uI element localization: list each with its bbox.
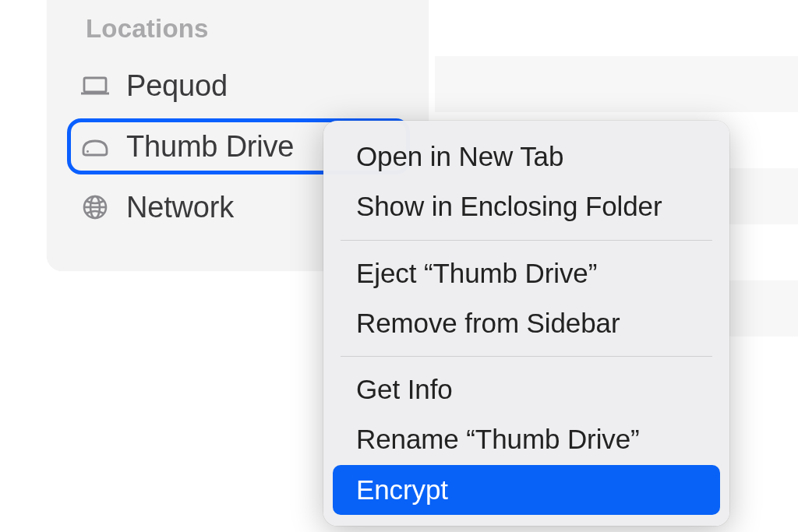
sidebar-item-label: Pequod [126, 69, 228, 103]
list-row [435, 0, 798, 56]
laptop-icon [78, 69, 112, 103]
menu-item-show-enclosing-folder[interactable]: Show in Enclosing Folder [333, 181, 720, 231]
sidebar-item-pequod[interactable]: Pequod [67, 58, 410, 114]
sidebar-section-header: Locations [47, 0, 429, 58]
menu-item-remove-from-sidebar[interactable]: Remove from Sidebar [333, 298, 720, 348]
context-menu: Open in New Tab Show in Enclosing Folder… [323, 121, 729, 526]
menu-item-encrypt[interactable]: Encrypt [333, 465, 720, 515]
menu-item-eject[interactable]: Eject “Thumb Drive” [333, 248, 720, 298]
sidebar-item-label: Network [126, 191, 234, 224]
drive-icon [78, 129, 112, 164]
svg-point-2 [87, 150, 89, 153]
menu-item-get-info[interactable]: Get Info [333, 365, 720, 414]
menu-separator [341, 356, 712, 357]
globe-icon [78, 190, 112, 224]
menu-item-open-new-tab[interactable]: Open in New Tab [333, 132, 720, 181]
svg-rect-0 [84, 78, 106, 92]
sidebar-item-label: Thumb Drive [126, 130, 294, 164]
menu-separator [341, 240, 712, 241]
list-row [435, 56, 798, 112]
menu-item-rename[interactable]: Rename “Thumb Drive” [333, 414, 720, 464]
